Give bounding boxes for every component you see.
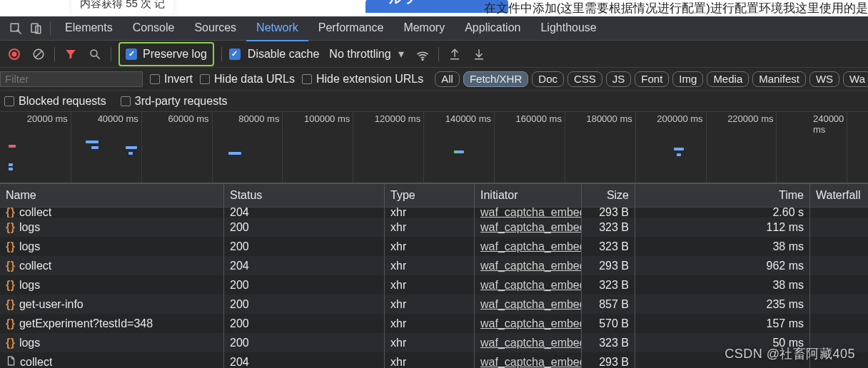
- tab-elements[interactable]: Elements: [55, 16, 123, 41]
- request-initiator[interactable]: waf_captcha_embed: [480, 298, 582, 311]
- thirdparty-checkbox[interactable]: 3rd-party requests: [121, 95, 228, 108]
- pill-doc[interactable]: Doc: [532, 71, 564, 87]
- pill-wa[interactable]: Wa: [843, 71, 868, 87]
- throttling-select[interactable]: No throttling ▾: [326, 47, 406, 61]
- tab-sources[interactable]: Sources: [184, 16, 246, 41]
- request-initiator[interactable]: waf_captcha_embed: [480, 208, 582, 218]
- col-size[interactable]: Size: [582, 184, 635, 207]
- timeline-mark: [9, 145, 16, 148]
- table-row[interactable]: { }get-user-info200xhrwaf_captcha_embed8…: [0, 295, 868, 314]
- tab-performance[interactable]: Performance: [308, 16, 394, 41]
- network-conditions-icon[interactable]: [414, 46, 431, 63]
- xhr-icon: { }: [6, 221, 14, 234]
- timeline-grid: [847, 112, 847, 183]
- col-waterfall[interactable]: Waterfall: [810, 184, 868, 207]
- timeline-mark: [457, 150, 464, 153]
- timeline-grid: [423, 112, 424, 183]
- request-size: 323 B: [599, 279, 629, 292]
- svg-line-8: [96, 56, 100, 59]
- table-row[interactable]: { }logs200xhrwaf_captcha_embed323 B50 ms: [0, 333, 868, 352]
- table-row[interactable]: { }logs200xhrwaf_captcha_embed323 B38 ms: [0, 275, 868, 295]
- search-icon[interactable]: [86, 46, 104, 63]
- col-type[interactable]: Type: [385, 184, 475, 207]
- page-card: 内容获得 55 次 记: [71, 0, 173, 15]
- tab-application[interactable]: Application: [455, 16, 530, 41]
- tab-console[interactable]: Console: [123, 16, 185, 41]
- request-name: logs: [19, 221, 40, 234]
- xhr-icon: { }: [6, 298, 14, 311]
- pill-css[interactable]: CSS: [567, 71, 602, 87]
- disable-cache-checkbox[interactable]: ✓: [229, 48, 241, 60]
- pill-all[interactable]: All: [435, 71, 460, 87]
- timeline-tick: 180000 ms: [586, 113, 632, 124]
- col-time[interactable]: Time: [635, 184, 810, 207]
- record-icon[interactable]: [6, 46, 23, 63]
- request-name: logs: [19, 337, 40, 349]
- download-icon[interactable]: [470, 46, 488, 63]
- pill-img[interactable]: Img: [672, 71, 703, 87]
- clear-icon[interactable]: [30, 46, 47, 63]
- pill-media[interactable]: Media: [707, 71, 749, 87]
- table-row[interactable]: { }collect204xhrwaf_captcha_embed293 B2.…: [0, 208, 868, 218]
- request-status: 200: [230, 240, 249, 253]
- col-status[interactable]: Status: [224, 184, 385, 207]
- type-pills: AllFetch/XHRDocCSSJSFontImgMediaManifest…: [435, 71, 868, 87]
- col-initiator[interactable]: Initiator: [475, 184, 582, 207]
- invert-checkbox[interactable]: Invert: [150, 73, 193, 86]
- hide-data-checkbox[interactable]: Hide data URLs: [200, 73, 295, 86]
- device-toggle-icon[interactable]: [26, 19, 46, 39]
- col-name[interactable]: Name: [0, 184, 224, 207]
- request-initiator[interactable]: waf_captcha_embed: [480, 260, 582, 272]
- pill-font[interactable]: Font: [635, 71, 669, 87]
- timeline-grid: [565, 112, 565, 183]
- timeline-overview[interactable]: 20000 ms40000 ms60000 ms80000 ms100000 m…: [0, 112, 868, 183]
- divider: [221, 47, 222, 61]
- pill-manifest[interactable]: Manifest: [752, 71, 806, 87]
- timeline-tick: 240000 ms: [813, 113, 844, 135]
- table-row[interactable]: { }collect204xhrwaf_captcha_embed293 B96…: [0, 256, 868, 275]
- timeline-tick: 200000 ms: [657, 113, 702, 124]
- divider: [438, 47, 439, 61]
- preserve-log-checkbox[interactable]: ✓: [126, 48, 137, 60]
- request-size: 293 B: [599, 260, 629, 272]
- hide-data-label: Hide data URLs: [214, 73, 295, 86]
- table-row[interactable]: { }getExperiment?testId=348200xhrwaf_cap…: [0, 314, 868, 333]
- timeline-grid: [212, 112, 213, 183]
- svg-rect-1: [31, 24, 38, 32]
- filter-input[interactable]: [0, 71, 143, 87]
- request-name: logs: [19, 240, 40, 253]
- timeline-mark: [9, 168, 13, 170]
- request-time: 2.60 s: [772, 208, 804, 218]
- request-type: xhr: [390, 356, 406, 369]
- request-type: xhr: [390, 279, 406, 292]
- tab-memory[interactable]: Memory: [393, 16, 455, 41]
- filter-icon[interactable]: [62, 46, 79, 63]
- request-initiator[interactable]: waf_captcha_embed: [480, 279, 582, 292]
- request-name: getExperiment?testId=348: [19, 317, 153, 330]
- request-initiator[interactable]: waf_captcha_embed: [480, 240, 582, 253]
- table-row[interactable]: { }logs200xhrwaf_captcha_embed323 B38 ms: [0, 237, 868, 256]
- inspect-icon[interactable]: [6, 19, 26, 39]
- request-type: xhr: [390, 298, 406, 311]
- upload-icon[interactable]: [446, 46, 463, 63]
- request-initiator[interactable]: waf_captcha_embed: [480, 221, 582, 234]
- request-initiator[interactable]: waf_captcha_embed: [480, 317, 582, 330]
- pill-ws[interactable]: WS: [809, 71, 839, 87]
- request-status: 204: [230, 208, 249, 218]
- request-initiator[interactable]: waf_captcha_embed: [480, 337, 582, 349]
- table-row[interactable]: { }logs200xhrwaf_captcha_embed323 B112 m…: [0, 218, 868, 237]
- pill-fetchxhr[interactable]: Fetch/XHR: [463, 71, 528, 87]
- table-row[interactable]: collect204xhrwaf_captcha_embed293 B: [0, 352, 868, 368]
- pill-js[interactable]: JS: [606, 71, 632, 87]
- timeline-tick: 120000 ms: [375, 113, 420, 124]
- hide-ext-checkbox[interactable]: Hide extension URLs: [302, 73, 423, 86]
- request-time: 962 ms: [767, 260, 804, 272]
- tab-network[interactable]: Network: [246, 16, 308, 41]
- request-time: 157 ms: [767, 317, 804, 330]
- filter-row: Invert Hide data URLs Hide extension URL…: [0, 68, 868, 91]
- blocked-checkbox[interactable]: Blocked requests: [4, 95, 106, 108]
- preserve-log-highlight: ✓ Preserve log: [118, 42, 214, 66]
- request-initiator[interactable]: waf_captcha_embed: [480, 356, 582, 369]
- tab-lighthouse[interactable]: Lighthouse: [530, 16, 606, 41]
- invert-label: Invert: [164, 73, 193, 86]
